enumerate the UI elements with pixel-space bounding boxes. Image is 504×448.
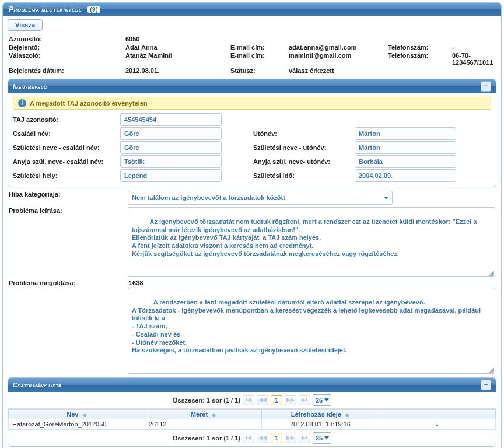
problem-view-panel: Probléma megtekintése (9) Vissza Azonosí… (2, 2, 502, 448)
panel-title: Probléma megtekintése (9, 5, 82, 13)
paginator-summary: Összesen: 1 sor (1 / 1) (173, 397, 240, 404)
reporter-value: Adat Anna (125, 44, 230, 51)
id-label: Azonosító: (9, 36, 125, 43)
page-prev-button[interactable]: ◀◀ (257, 433, 268, 443)
birthdate-label: Születési idő: (253, 172, 352, 179)
sort-icon: ◆ (83, 412, 87, 418)
col-created[interactable]: Létrehozás ideje ◆ (262, 409, 379, 419)
attachments-collapse-icon[interactable]: − (481, 380, 491, 390)
category-select[interactable]: Nem találom az igénybevevőt a törzsadato… (128, 191, 393, 205)
attachments-panel: Csatolmány lista − Összesen: 1 sor (1 / … (8, 377, 496, 447)
page-size-select[interactable]: 25 (313, 394, 331, 406)
responder-email-label: E-mail cím: (230, 52, 289, 66)
reporter-label: Bejelentő: (9, 44, 125, 51)
taj-label: TAJ azonosító: (13, 116, 118, 123)
paginator-bottom: Összesen: 1 sor (1 / 1) I◀ ◀◀ 1 ▶▶ ▶I 25 (8, 429, 496, 446)
cell-expand[interactable]: ▴ (379, 419, 495, 429)
mothergiven-input[interactable]: Borbála (355, 155, 456, 168)
responder-phone-value: 06-70-1234567/1011 (452, 52, 495, 66)
responder-email-value: maminti@gmail.com (289, 52, 388, 66)
birthfamily-input[interactable]: Göre (120, 141, 222, 154)
category-value: Nem találom az igénybevevőt a törzsadato… (132, 192, 285, 203)
birthgiven-label: Születési neve - utónév: (253, 144, 352, 151)
cell-created: 2012.08.01. 13:19:16 (262, 419, 379, 429)
page-first-button[interactable]: I◀ (243, 433, 254, 443)
description-textarea[interactable]: Az igénybevevő törzsadatát nem tudtuk rö… (128, 207, 495, 277)
reporter-phone-label: Telefonszám: (388, 44, 452, 51)
taj-warning-text: A megadott TAJ azonosító érvénytelen (30, 100, 148, 107)
back-button-top[interactable]: Vissza (8, 19, 43, 31)
page-next-button[interactable]: ▶▶ (285, 433, 296, 443)
id-value: 6050 (125, 36, 230, 43)
cell-size: 26112 (145, 419, 261, 429)
sort-icon: ◆ (345, 412, 349, 418)
page-prev-button[interactable]: ◀◀ (257, 395, 268, 405)
solution-label: Probléma megoldása: (9, 279, 125, 374)
solution-text: A rendszerben a fent megadott születési … (132, 299, 482, 354)
info-icon: i (18, 99, 26, 107)
category-label: Hiba kategóriája: (9, 191, 125, 205)
beneficiary-panel: Igénybevevő − i A megadott TAJ azonosító… (8, 79, 496, 187)
page-number[interactable]: 1 (271, 433, 282, 443)
chevron-down-icon (384, 197, 388, 200)
description-label: Probléma leírása: (9, 207, 125, 277)
sort-icon: ◆ (212, 412, 216, 418)
panel-header: Probléma megtekintése (9) (3, 3, 501, 16)
birthplace-input[interactable]: Lepénd (120, 169, 222, 182)
birthgiven-input[interactable]: Márton (355, 141, 456, 154)
reporter-email-label: E-mail cím: (230, 44, 289, 51)
birthfamily-label: Születési neve - családi név: (13, 144, 118, 151)
given-label: Utónév: (253, 130, 352, 137)
motherfamily-input[interactable]: Tsötlik (120, 155, 222, 168)
attachments-header: Csatolmány lista − (8, 378, 496, 392)
page-next-button[interactable]: ▶▶ (285, 395, 296, 405)
description-text: Az igénybevevő törzsadatát nem tudtuk rö… (132, 218, 478, 257)
mothergiven-label: Anyja szül. neve- utónév: (253, 158, 352, 165)
birthdate-input[interactable]: 2004.02.09. (355, 169, 456, 182)
reporter-email-value: adat.anna@gmail.com (289, 44, 388, 51)
report-date-value: 2012.08.01. (125, 67, 230, 74)
report-date-label: Bejelentés dátum: (9, 67, 125, 74)
family-input[interactable]: Göre (120, 127, 222, 140)
responder-label: Válaszoló: (9, 52, 125, 66)
status-label: Státusz: (230, 67, 289, 74)
status-value: válasz érkezett (289, 67, 388, 74)
resize-handle-icon[interactable] (488, 270, 494, 276)
col-name[interactable]: Név ◆ (9, 409, 145, 419)
resize-handle-icon[interactable] (488, 367, 494, 373)
summary-grid: Azonosító: 6050 Bejelentő: Adat Anna E-m… (9, 36, 495, 74)
page-number[interactable]: 1 (271, 395, 282, 405)
beneficiary-header: Igénybevevő − (8, 79, 496, 93)
col-actions (379, 409, 495, 419)
birthplace-label: Születési hely: (13, 172, 118, 179)
given-input[interactable]: Márton (355, 127, 456, 140)
page-size-select[interactable]: 25 (313, 432, 331, 444)
taj-input[interactable]: 454545454 (120, 113, 222, 126)
panel-badge: (9) (88, 6, 100, 13)
responder-value: Atanáz Maminti (125, 52, 230, 66)
page-first-button[interactable]: I◀ (243, 395, 254, 405)
beneficiary-collapse-icon[interactable]: − (481, 81, 491, 92)
reporter-phone-value: - (452, 44, 495, 51)
attachments-table: Név ◆ Méret ◆ Létrehozás ideje ◆ (8, 409, 496, 429)
beneficiary-title: Igénybevevő (13, 83, 47, 90)
taj-warning: i A megadott TAJ azonosító érvénytelen (13, 97, 491, 110)
cell-name: Hatarozat_GoreMarton_2012050 (9, 419, 145, 429)
solution-textarea[interactable]: A rendszerben a fent megadott születési … (128, 288, 495, 374)
page-last-button[interactable]: ▶I (299, 433, 310, 443)
motherfamily-label: Anyja szül. neve- családi név: (13, 158, 118, 165)
table-row[interactable]: Hatarozat_GoreMarton_2012050 26112 2012.… (9, 419, 496, 429)
attachments-title: Csatolmány lista (13, 382, 61, 388)
page-last-button[interactable]: ▶I (299, 395, 310, 405)
col-size[interactable]: Méret ◆ (145, 409, 261, 419)
family-label: Családi név: (13, 130, 118, 137)
chevron-up-icon: ▴ (436, 422, 439, 428)
solution-id: 1638 (129, 279, 495, 286)
paginator-summary: Összesen: 1 sor (1 / 1) (173, 435, 240, 442)
paginator-top: Összesen: 1 sor (1 / 1) I◀ ◀◀ 1 ▶▶ ▶I 25 (8, 392, 496, 409)
responder-phone-label: Telefonszám: (388, 52, 452, 66)
